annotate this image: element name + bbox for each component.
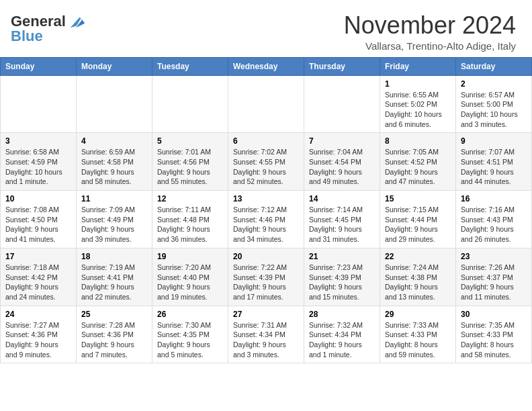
calendar-cell: 8Sunrise: 7:05 AM Sunset: 4:52 PM Daylig… — [380, 133, 456, 191]
calendar-cell: 26Sunrise: 7:30 AM Sunset: 4:35 PM Dayli… — [152, 306, 228, 363]
day-number: 28 — [309, 310, 375, 319]
day-number: 15 — [385, 194, 451, 203]
calendar-cell: 23Sunrise: 7:26 AM Sunset: 4:37 PM Dayli… — [456, 248, 532, 306]
day-info: Sunrise: 7:30 AM Sunset: 4:35 PM Dayligh… — [157, 320, 223, 360]
day-info: Sunrise: 7:33 AM Sunset: 4:33 PM Dayligh… — [385, 320, 451, 360]
day-number: 13 — [233, 194, 299, 203]
day-info: Sunrise: 6:58 AM Sunset: 4:59 PM Dayligh… — [5, 147, 71, 187]
calendar-cell: 17Sunrise: 7:18 AM Sunset: 4:42 PM Dayli… — [1, 248, 77, 306]
day-info: Sunrise: 7:04 AM Sunset: 4:54 PM Dayligh… — [309, 147, 375, 187]
day-info: Sunrise: 7:22 AM Sunset: 4:39 PM Dayligh… — [233, 263, 299, 302]
day-number: 5 — [157, 136, 223, 146]
day-info: Sunrise: 7:31 AM Sunset: 4:34 PM Dayligh… — [233, 320, 299, 360]
day-info: Sunrise: 7:27 AM Sunset: 4:36 PM Dayligh… — [5, 320, 71, 360]
calendar-week-row: 17Sunrise: 7:18 AM Sunset: 4:42 PM Dayli… — [1, 248, 532, 306]
day-info: Sunrise: 7:15 AM Sunset: 4:44 PM Dayligh… — [385, 205, 451, 244]
calendar-cell: 25Sunrise: 7:28 AM Sunset: 4:36 PM Dayli… — [77, 306, 152, 363]
day-number: 11 — [81, 194, 147, 203]
day-number: 27 — [233, 310, 299, 319]
title-block: November 2024 Vallarsa, Trentino-Alto Ad… — [344, 12, 516, 52]
calendar-cell: 18Sunrise: 7:19 AM Sunset: 4:41 PM Dayli… — [77, 248, 152, 306]
day-number: 10 — [5, 194, 71, 203]
day-info: Sunrise: 7:23 AM Sunset: 4:39 PM Dayligh… — [309, 263, 375, 302]
calendar-cell: 9Sunrise: 7:07 AM Sunset: 4:51 PM Daylig… — [456, 133, 532, 191]
calendar-cell — [1, 75, 77, 133]
calendar-week-row: 3Sunrise: 6:58 AM Sunset: 4:59 PM Daylig… — [1, 133, 532, 191]
day-number: 7 — [309, 136, 375, 146]
calendar-cell: 16Sunrise: 7:16 AM Sunset: 4:43 PM Dayli… — [456, 191, 532, 248]
day-info: Sunrise: 7:08 AM Sunset: 4:50 PM Dayligh… — [5, 205, 71, 244]
day-info: Sunrise: 7:07 AM Sunset: 4:51 PM Dayligh… — [461, 147, 527, 187]
weekday-header-cell: Monday — [77, 57, 152, 75]
day-number: 21 — [309, 252, 375, 261]
day-number: 9 — [461, 136, 527, 146]
day-number: 12 — [157, 194, 223, 203]
day-info: Sunrise: 6:59 AM Sunset: 4:58 PM Dayligh… — [81, 147, 147, 187]
calendar-cell — [77, 75, 152, 133]
calendar-cell: 2Sunrise: 6:57 AM Sunset: 5:00 PM Daylig… — [456, 75, 532, 133]
day-number: 3 — [5, 136, 71, 146]
calendar-cell: 20Sunrise: 7:22 AM Sunset: 4:39 PM Dayli… — [228, 248, 304, 306]
calendar-cell: 29Sunrise: 7:33 AM Sunset: 4:33 PM Dayli… — [380, 306, 456, 363]
day-number: 23 — [461, 252, 527, 261]
day-info: Sunrise: 7:24 AM Sunset: 4:38 PM Dayligh… — [385, 263, 451, 302]
weekday-header-cell: Friday — [380, 57, 456, 75]
calendar-cell: 3Sunrise: 6:58 AM Sunset: 4:59 PM Daylig… — [1, 133, 77, 191]
calendar-cell: 19Sunrise: 7:20 AM Sunset: 4:40 PM Dayli… — [152, 248, 228, 306]
day-number: 19 — [157, 252, 223, 261]
calendar-cell — [304, 75, 380, 133]
calendar-table: SundayMondayTuesdayWednesdayThursdayFrid… — [0, 57, 532, 364]
calendar-cell: 12Sunrise: 7:11 AM Sunset: 4:48 PM Dayli… — [152, 191, 228, 248]
calendar-cell: 6Sunrise: 7:02 AM Sunset: 4:55 PM Daylig… — [228, 133, 304, 191]
day-number: 6 — [233, 136, 299, 146]
day-number: 1 — [385, 79, 451, 89]
day-info: Sunrise: 7:19 AM Sunset: 4:41 PM Dayligh… — [81, 263, 147, 302]
weekday-header-cell: Thursday — [304, 57, 380, 75]
calendar-cell: 1Sunrise: 6:55 AM Sunset: 5:02 PM Daylig… — [380, 75, 456, 133]
calendar-cell: 4Sunrise: 6:59 AM Sunset: 4:58 PM Daylig… — [77, 133, 152, 191]
day-info: Sunrise: 7:09 AM Sunset: 4:49 PM Dayligh… — [81, 205, 147, 244]
day-number: 30 — [461, 310, 527, 319]
day-info: Sunrise: 7:26 AM Sunset: 4:37 PM Dayligh… — [461, 263, 527, 302]
weekday-header-row: SundayMondayTuesdayWednesdayThursdayFrid… — [1, 57, 532, 75]
calendar-cell: 7Sunrise: 7:04 AM Sunset: 4:54 PM Daylig… — [304, 133, 380, 191]
calendar-cell: 11Sunrise: 7:09 AM Sunset: 4:49 PM Dayli… — [77, 191, 152, 248]
day-info: Sunrise: 7:18 AM Sunset: 4:42 PM Dayligh… — [5, 263, 71, 302]
calendar-week-row: 24Sunrise: 7:27 AM Sunset: 4:36 PM Dayli… — [1, 306, 532, 363]
page-header: General Blue November 2024 Vallarsa, Tre… — [0, 0, 532, 57]
calendar-cell: 27Sunrise: 7:31 AM Sunset: 4:34 PM Dayli… — [228, 306, 304, 363]
calendar-cell: 15Sunrise: 7:15 AM Sunset: 4:44 PM Dayli… — [380, 191, 456, 248]
location-subtitle: Vallarsa, Trentino-Alto Adige, Italy — [344, 40, 516, 52]
calendar-week-row: 10Sunrise: 7:08 AM Sunset: 4:50 PM Dayli… — [1, 191, 532, 248]
day-number: 17 — [5, 252, 71, 261]
day-number: 24 — [5, 310, 71, 319]
day-number: 4 — [81, 136, 147, 146]
month-title: November 2024 — [344, 12, 516, 39]
day-info: Sunrise: 7:32 AM Sunset: 4:34 PM Dayligh… — [309, 320, 375, 360]
logo: General Blue — [11, 12, 86, 44]
calendar-cell: 24Sunrise: 7:27 AM Sunset: 4:36 PM Dayli… — [1, 306, 77, 363]
calendar-cell: 21Sunrise: 7:23 AM Sunset: 4:39 PM Dayli… — [304, 248, 380, 306]
calendar-cell — [152, 75, 228, 133]
calendar-cell: 10Sunrise: 7:08 AM Sunset: 4:50 PM Dayli… — [1, 191, 77, 248]
day-info: Sunrise: 7:11 AM Sunset: 4:48 PM Dayligh… — [157, 205, 223, 244]
day-info: Sunrise: 7:14 AM Sunset: 4:45 PM Dayligh… — [309, 205, 375, 244]
calendar-cell — [228, 75, 304, 133]
logo-icon — [67, 12, 86, 31]
day-number: 14 — [309, 194, 375, 203]
day-info: Sunrise: 7:16 AM Sunset: 4:43 PM Dayligh… — [461, 205, 527, 244]
day-number: 29 — [385, 310, 451, 319]
day-number: 25 — [81, 310, 147, 319]
day-info: Sunrise: 7:01 AM Sunset: 4:56 PM Dayligh… — [157, 147, 223, 187]
calendar-cell: 28Sunrise: 7:32 AM Sunset: 4:34 PM Dayli… — [304, 306, 380, 363]
day-info: Sunrise: 6:57 AM Sunset: 5:00 PM Dayligh… — [461, 90, 527, 130]
calendar-cell: 13Sunrise: 7:12 AM Sunset: 4:46 PM Dayli… — [228, 191, 304, 248]
day-info: Sunrise: 7:12 AM Sunset: 4:46 PM Dayligh… — [233, 205, 299, 244]
calendar-cell: 30Sunrise: 7:35 AM Sunset: 4:33 PM Dayli… — [456, 306, 532, 363]
calendar-body: 1Sunrise: 6:55 AM Sunset: 5:02 PM Daylig… — [1, 75, 532, 363]
weekday-header-cell: Tuesday — [152, 57, 228, 75]
calendar-cell: 14Sunrise: 7:14 AM Sunset: 4:45 PM Dayli… — [304, 191, 380, 248]
day-number: 22 — [385, 252, 451, 261]
day-number: 26 — [157, 310, 223, 319]
day-number: 16 — [461, 194, 527, 203]
